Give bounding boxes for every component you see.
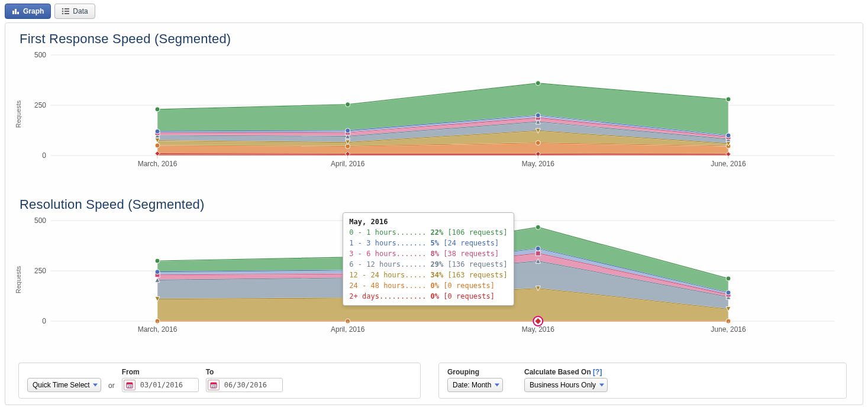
list-icon bbox=[62, 8, 70, 15]
svg-rect-8 bbox=[64, 13, 69, 14]
svg-point-26 bbox=[726, 133, 731, 138]
chart-panel: First Response Speed (Segmented) Request… bbox=[5, 22, 863, 405]
y-axis-label: Requests bbox=[15, 266, 22, 293]
svg-point-60 bbox=[726, 276, 731, 281]
svg-text:March, 2016: March, 2016 bbox=[138, 325, 178, 334]
chart-title: Resolution Speed (Segmented) bbox=[20, 197, 850, 212]
from-label: From bbox=[122, 368, 199, 376]
tab-data[interactable]: Data bbox=[54, 4, 95, 19]
y-axis-label: Requests bbox=[15, 101, 22, 128]
svg-text:250: 250 bbox=[34, 267, 46, 275]
svg-point-23 bbox=[155, 129, 160, 134]
tab-data-label: Data bbox=[73, 7, 88, 15]
or-label: or bbox=[108, 381, 115, 390]
svg-text:June, 2016: June, 2016 bbox=[711, 160, 746, 168]
svg-point-28 bbox=[346, 102, 350, 107]
svg-text:May, 2016: May, 2016 bbox=[522, 160, 554, 168]
chart-resolution: Resolution Speed (Segmented) Requests 02… bbox=[18, 197, 850, 345]
svg-point-15 bbox=[155, 143, 160, 148]
svg-text:250: 250 bbox=[34, 101, 46, 109]
svg-point-25 bbox=[535, 113, 540, 118]
tab-graph-label: Graph bbox=[23, 7, 44, 15]
svg-text:0: 0 bbox=[42, 317, 46, 325]
svg-point-56 bbox=[726, 290, 731, 295]
svg-point-59 bbox=[535, 225, 540, 229]
svg-point-53 bbox=[155, 270, 160, 274]
svg-rect-0 bbox=[12, 11, 14, 14]
grouping-label: Grouping bbox=[447, 368, 503, 376]
tab-graph[interactable]: Graph bbox=[5, 4, 51, 19]
bar-chart-icon bbox=[12, 8, 20, 15]
svg-rect-4 bbox=[64, 8, 69, 9]
svg-point-29 bbox=[535, 81, 540, 86]
chart-title: First Response Speed (Segmented) bbox=[20, 31, 850, 47]
svg-rect-6 bbox=[64, 11, 69, 12]
svg-text:March, 2016: March, 2016 bbox=[138, 160, 178, 168]
svg-point-17 bbox=[535, 141, 540, 145]
calendar-icon: 23 bbox=[208, 380, 220, 390]
view-tabs: Graph Data bbox=[5, 4, 863, 19]
calculate-based-on-select[interactable]: Business Hours Only bbox=[524, 378, 608, 392]
svg-point-3 bbox=[62, 8, 64, 10]
svg-point-27 bbox=[155, 107, 160, 112]
quick-time-select[interactable]: Quick Time Select bbox=[27, 378, 101, 392]
svg-point-5 bbox=[62, 11, 64, 12]
to-date-input[interactable]: 23 bbox=[206, 378, 283, 392]
svg-point-24 bbox=[346, 128, 350, 133]
svg-rect-1 bbox=[15, 9, 17, 14]
svg-text:0: 0 bbox=[42, 151, 46, 160]
date-range-group: Quick Time Select or From 23 To 23 bbox=[18, 363, 421, 399]
svg-point-57 bbox=[155, 258, 160, 263]
calculation-group: Grouping Date: Month Calculate Based On … bbox=[438, 363, 847, 399]
svg-text:500: 500 bbox=[34, 51, 46, 59]
svg-point-7 bbox=[62, 13, 64, 15]
grouping-select[interactable]: Date: Month bbox=[447, 378, 503, 392]
calendar-icon: 23 bbox=[124, 380, 135, 390]
svg-text:May, 2016: May, 2016 bbox=[522, 325, 554, 334]
calculate-based-on-label: Calculate Based On [?] bbox=[524, 368, 608, 376]
chart-tooltip: May, 20160 - 1 hours....... 22% [106 req… bbox=[343, 212, 514, 306]
svg-text:23: 23 bbox=[127, 384, 131, 388]
svg-rect-51 bbox=[535, 251, 540, 255]
from-date-input[interactable]: 23 bbox=[122, 378, 199, 392]
svg-point-55 bbox=[535, 246, 540, 251]
from-date-field[interactable] bbox=[139, 380, 193, 390]
svg-rect-2 bbox=[17, 12, 19, 14]
chart-svg[interactable]: 0250500March, 2016April, 2016May, 2016Ju… bbox=[18, 49, 847, 173]
svg-point-30 bbox=[726, 97, 731, 102]
to-label: To bbox=[206, 368, 283, 376]
svg-text:April, 2016: April, 2016 bbox=[331, 160, 365, 168]
to-date-field[interactable] bbox=[223, 380, 277, 390]
help-icon[interactable]: [?] bbox=[593, 368, 602, 376]
filter-controls: Quick Time Select or From 23 To 23 bbox=[18, 363, 850, 399]
svg-text:23: 23 bbox=[211, 384, 215, 388]
svg-text:April, 2016: April, 2016 bbox=[331, 325, 365, 334]
chart-first-response: First Response Speed (Segmented) Request… bbox=[18, 31, 850, 179]
svg-text:June, 2016: June, 2016 bbox=[711, 325, 746, 334]
svg-text:500: 500 bbox=[34, 216, 46, 225]
